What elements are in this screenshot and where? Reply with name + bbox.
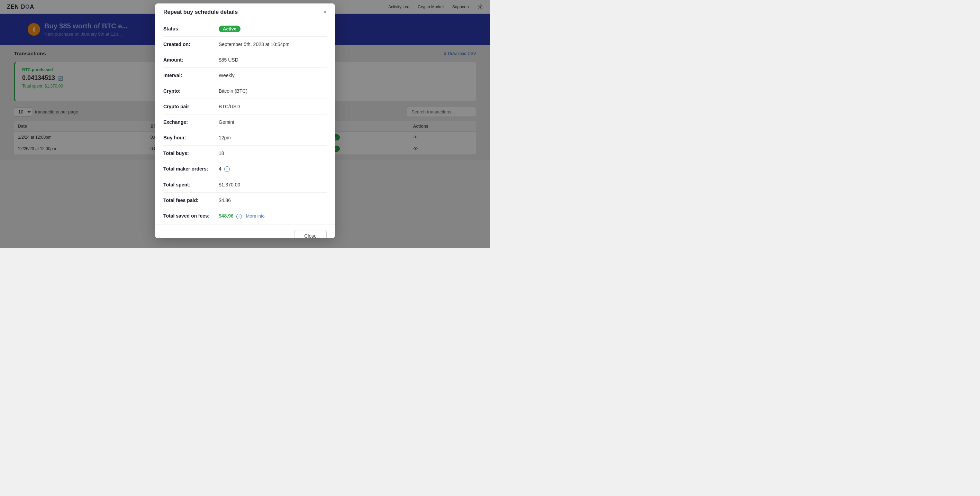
- detail-label-amount: Amount:: [163, 57, 219, 63]
- detail-label-buy-hour: Buy hour:: [163, 135, 219, 140]
- detail-value-fees-paid: $4.86: [219, 197, 327, 203]
- detail-label-fees-paid: Total fees paid:: [163, 197, 219, 203]
- modal-title: Repeat buy schedule details: [163, 9, 238, 15]
- detail-row-created: Created on: September 5th, 2023 at 10:54…: [163, 37, 327, 52]
- detail-row-total-buys: Total buys: 18: [163, 146, 327, 161]
- detail-value-created: September 5th, 2023 at 10:54pm: [219, 41, 327, 47]
- detail-label-total-buys: Total buys:: [163, 151, 219, 156]
- modal-body: Status: Active Created on: September 5th…: [155, 21, 335, 224]
- modal-footer: Close: [155, 224, 335, 238]
- detail-row-crypto-pair: Crypto pair: BTC/USD: [163, 99, 327, 114]
- detail-value-total-spent: $1,370.00: [219, 182, 327, 188]
- detail-row-interval: Interval: Weekly: [163, 68, 327, 83]
- detail-label-crypto-pair: Crypto pair:: [163, 104, 219, 109]
- status-active-badge: Active: [219, 25, 240, 32]
- detail-value-exchange: Gemini: [219, 119, 327, 125]
- detail-value-crypto-pair: BTC/USD: [219, 104, 327, 109]
- detail-value-interval: Weekly: [219, 73, 327, 78]
- info-icon-savings[interactable]: i: [236, 214, 242, 219]
- detail-row-buy-hour: Buy hour: 12pm: [163, 130, 327, 146]
- modal: Repeat buy schedule details × Status: Ac…: [155, 3, 335, 238]
- detail-value-amount: $85 USD: [219, 57, 327, 63]
- detail-row-amount: Amount: $85 USD: [163, 52, 327, 68]
- detail-row-fees-paid: Total fees paid: $4.86: [163, 193, 327, 208]
- detail-label-exchange: Exchange:: [163, 119, 219, 125]
- detail-row-total-spent: Total spent: $1,370.00: [163, 177, 327, 193]
- detail-row-maker-orders: Total maker orders: 4 i: [163, 161, 327, 177]
- detail-row-fees-saved: Total saved on fees: $48.96 i More info: [163, 208, 327, 224]
- modal-close-button[interactable]: ×: [323, 9, 327, 15]
- detail-value-crypto: Bitcoin (BTC): [219, 88, 327, 94]
- detail-label-fees-saved: Total saved on fees:: [163, 213, 219, 219]
- detail-label-created: Created on:: [163, 41, 219, 47]
- detail-label-maker-orders: Total maker orders:: [163, 166, 219, 172]
- more-info-link[interactable]: More info: [246, 213, 265, 219]
- modal-overlay[interactable]: Repeat buy schedule details × Status: Ac…: [0, 0, 490, 248]
- detail-label-status: Status:: [163, 26, 219, 32]
- modal-close-btn[interactable]: Close: [294, 230, 327, 238]
- modal-header: Repeat buy schedule details ×: [155, 3, 335, 21]
- detail-value-status: Active: [219, 26, 327, 32]
- detail-value-maker-orders: 4 i: [219, 166, 327, 172]
- detail-value-total-buys: 18: [219, 151, 327, 156]
- detail-row-crypto: Crypto: Bitcoin (BTC): [163, 83, 327, 99]
- detail-value-buy-hour: 12pm: [219, 135, 327, 140]
- detail-value-fees-saved: $48.96 i More info: [219, 213, 327, 219]
- detail-row-exchange: Exchange: Gemini: [163, 114, 327, 130]
- detail-label-interval: Interval:: [163, 73, 219, 78]
- info-icon-maker-orders[interactable]: i: [224, 166, 230, 172]
- detail-label-total-spent: Total spent:: [163, 182, 219, 188]
- detail-row-status: Status: Active: [163, 21, 327, 37]
- detail-label-crypto: Crypto:: [163, 88, 219, 94]
- savings-amount: $48.96: [219, 213, 234, 219]
